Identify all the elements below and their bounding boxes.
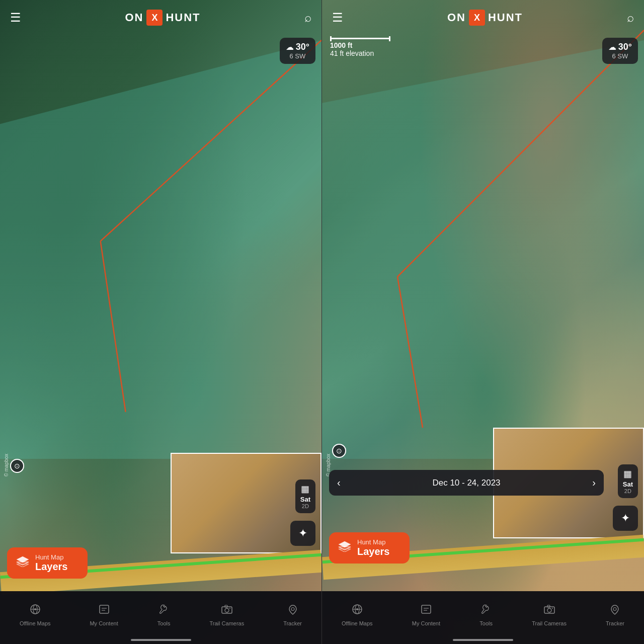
bottom-nav-left: Offline Maps My Content Tools: [0, 591, 321, 644]
svg-point-8: [34, 608, 36, 610]
cloud-icon-right: ☁: [608, 42, 616, 52]
date-picker-right: ‹ Dec 10 - 24, 2023 ›: [329, 470, 604, 496]
compass-icon-left: ✦: [298, 527, 307, 540]
tools-icon-right: [479, 604, 493, 618]
search-icon-left[interactable]: ⌕: [304, 11, 311, 25]
date-next-arrow[interactable]: ›: [592, 477, 596, 489]
sat-sublabel-right: 2D: [623, 488, 633, 494]
weather-widget-left[interactable]: ☁ 30° 6 SW: [280, 38, 315, 64]
brand-logo-left: ON X HUNT: [125, 10, 200, 26]
sat-icon-left: ▦: [300, 484, 310, 495]
nav-trail-cameras-left[interactable]: Trail Cameras: [210, 604, 245, 626]
sat-label-right: Sat: [623, 480, 633, 488]
tools-icon-left: [157, 604, 171, 618]
menu-icon-right[interactable]: ☰: [332, 12, 343, 24]
hunt-teal-tint: [0, 40, 321, 459]
weather-wind-left: 6 SW: [286, 52, 309, 60]
compass-btn-left[interactable]: ✦: [290, 521, 315, 546]
svg-marker-4: [17, 564, 29, 567]
left-panel: ☰ ON X HUNT ⌕ ☁ 30° 6 SW © mapbox ⊙ ▦ Sa…: [0, 0, 322, 644]
location-icon-left: ⊙: [14, 462, 20, 470]
tracker-label-right: Tracker: [606, 620, 624, 626]
weather-widget-right[interactable]: ☁ 30° 6 SW: [602, 38, 638, 64]
offline-maps-icon-right: [351, 604, 364, 618]
trail-cameras-label-left: Trail Cameras: [210, 620, 245, 626]
compass-btn-right[interactable]: ✦: [613, 506, 638, 531]
svg-point-32: [552, 608, 553, 609]
svg-point-15: [229, 608, 230, 609]
date-prev-arrow[interactable]: ‹: [337, 477, 341, 489]
scale-distance-right: 1000 ft: [330, 41, 390, 49]
scale-line-right: [330, 38, 390, 39]
weather-temp-right: 30°: [618, 42, 632, 52]
brand-on-right: ON: [447, 11, 466, 24]
weather-temp-left: 30°: [296, 42, 309, 52]
hunt-teal-tint-right: [322, 40, 644, 459]
svg-point-33: [613, 608, 616, 611]
brand-x-left: X: [146, 10, 163, 26]
cloud-icon-left: ☁: [286, 42, 294, 52]
svg-rect-31: [547, 605, 550, 607]
location-dot-right[interactable]: ⊙: [332, 444, 346, 458]
offline-maps-icon-left: [29, 604, 42, 618]
my-content-label-right: My Content: [412, 620, 440, 626]
nav-offline-maps-right[interactable]: Offline Maps: [342, 604, 373, 626]
nav-tools-right[interactable]: Tools: [479, 604, 493, 626]
svg-point-30: [547, 608, 551, 612]
hunt-layers-label-left: Layers: [35, 561, 68, 573]
tools-label-left: Tools: [157, 620, 171, 626]
mapbox-credit-left: © mapbox: [4, 454, 9, 477]
search-icon-right[interactable]: ⌕: [627, 11, 634, 25]
menu-icon-left[interactable]: ☰: [10, 12, 21, 24]
sat-btn-right[interactable]: ▦ Sat 2D: [618, 464, 638, 498]
svg-point-13: [225, 608, 229, 612]
svg-marker-19: [339, 541, 351, 547]
trail-cameras-icon-left: [220, 604, 233, 618]
svg-rect-26: [422, 605, 431, 613]
nav-tracker-left[interactable]: Tracker: [283, 604, 302, 626]
brand-hunt-left: HUNT: [166, 11, 200, 24]
weather-wind-right: 6 SW: [608, 52, 632, 60]
layers-icon-left: [16, 556, 29, 570]
hunt-layers-title-left: Hunt Map: [35, 553, 68, 561]
weather-top-right: ☁ 30°: [608, 42, 632, 52]
nav-my-content-right[interactable]: My Content: [412, 604, 440, 626]
hunt-layers-btn-left[interactable]: Hunt Map Layers: [7, 547, 88, 579]
svg-marker-2: [17, 556, 29, 562]
brand-logo-right: ON X HUNT: [447, 10, 523, 26]
nav-trail-cameras-right[interactable]: Trail Cameras: [532, 604, 567, 626]
hunt-layers-text-right: Hunt Map Layers: [357, 538, 390, 557]
sat-sublabel-left: 2D: [300, 503, 310, 509]
svg-point-16: [291, 608, 294, 611]
location-icon-right: ⊙: [336, 447, 342, 455]
trail-cameras-icon-right: [543, 604, 556, 618]
svg-marker-21: [339, 549, 351, 552]
right-panel: ☰ ON X HUNT ⌕ 1000 ft 41 ft elevation ☁ …: [322, 0, 644, 644]
layers-icon-right: [338, 541, 351, 555]
sat-btn-left[interactable]: ▦ Sat 2D: [295, 479, 315, 513]
header-right: ☰ ON X HUNT ⌕: [322, 0, 644, 35]
my-content-icon-left: [98, 604, 111, 618]
offline-maps-label-right: Offline Maps: [342, 620, 373, 626]
sat-label-left: Sat: [300, 496, 310, 503]
nav-tracker-right[interactable]: Tracker: [606, 604, 624, 626]
brand-on-left: ON: [125, 11, 143, 24]
svg-rect-14: [225, 605, 227, 607]
sat-icon-right: ▦: [623, 468, 633, 479]
nav-tools-left[interactable]: Tools: [157, 604, 171, 626]
header-left: ☰ ON X HUNT ⌕: [0, 0, 321, 35]
date-range-text: Dec 10 - 24, 2023: [432, 478, 500, 488]
compass-icon-right: ✦: [621, 512, 630, 525]
hunt-layers-text-left: Hunt Map Layers: [35, 553, 68, 573]
hunt-layers-label-right: Layers: [357, 546, 390, 557]
location-dot-left[interactable]: ⊙: [10, 459, 24, 473]
nav-my-content-left[interactable]: My Content: [90, 604, 118, 626]
bottom-nav-right: Offline Maps My Content Tools: [322, 591, 644, 644]
my-content-label-left: My Content: [90, 620, 118, 626]
my-content-icon-right: [420, 604, 433, 618]
hunt-layers-btn-right[interactable]: Hunt Map Layers: [329, 532, 410, 564]
scale-bar-right: 1000 ft 41 ft elevation: [330, 38, 390, 57]
scale-elevation-right: 41 ft elevation: [330, 49, 390, 57]
hunt-layers-title-right: Hunt Map: [357, 538, 390, 546]
nav-offline-maps-left[interactable]: Offline Maps: [20, 604, 51, 626]
